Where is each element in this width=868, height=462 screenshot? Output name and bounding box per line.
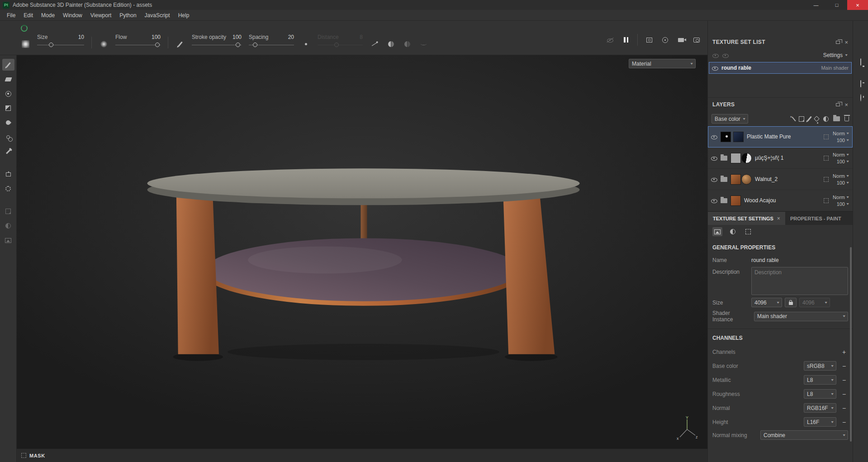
layer-visibility-eye-icon[interactable] bbox=[711, 198, 717, 203]
display-settings-icon[interactable] bbox=[860, 59, 861, 65]
menu-window[interactable]: Window bbox=[59, 10, 86, 21]
show-all-eye-icon[interactable] bbox=[712, 53, 719, 58]
shader-sphere-icon[interactable] bbox=[728, 227, 738, 236]
stroke-opacity-slider[interactable]: Stroke opacity 100 bbox=[192, 34, 242, 50]
radial-symmetry-icon[interactable] bbox=[403, 39, 412, 48]
remove-channel-button[interactable]: − bbox=[840, 391, 848, 398]
description-input[interactable] bbox=[751, 267, 848, 295]
distance-slider-knob[interactable] bbox=[334, 43, 339, 47]
pressure-pen-icon[interactable] bbox=[175, 39, 185, 48]
opacity-dropdown[interactable]: 100 ▾ bbox=[836, 201, 849, 207]
blend-mode-dropdown[interactable]: Norm ▾ bbox=[832, 131, 849, 136]
layer-thumbnail[interactable] bbox=[730, 153, 741, 163]
panel-scrollbar[interactable] bbox=[850, 247, 852, 442]
shelf-icon[interactable] bbox=[860, 81, 861, 87]
eraser-tool[interactable] bbox=[2, 73, 14, 85]
layer-link-icon[interactable] bbox=[824, 134, 829, 139]
layer-row-walnut-2[interactable]: Walnut_2 Norm ▾ 100 ▾ bbox=[708, 169, 853, 190]
layer-visibility-eye-icon[interactable] bbox=[711, 156, 717, 161]
lazy-mouse-icon[interactable] bbox=[419, 39, 428, 48]
perspective-view-icon[interactable] bbox=[645, 35, 654, 44]
menu-python[interactable]: Python bbox=[115, 10, 140, 21]
stroke-angle-icon[interactable] bbox=[370, 39, 379, 48]
plugin-status-icon[interactable] bbox=[21, 25, 28, 32]
smart-material-wand-icon[interactable] bbox=[792, 116, 796, 121]
viewport-3d[interactable]: Material ▾ Y x z MASK bbox=[17, 55, 707, 462]
blend-mode-dropdown[interactable]: Norm ▾ bbox=[832, 152, 849, 157]
texture-set-name-field[interactable]: round rable bbox=[751, 257, 779, 263]
lock-aspect-button[interactable] bbox=[785, 298, 797, 307]
material-mode-dropdown[interactable]: Material ▾ bbox=[629, 59, 696, 68]
smart-material-thumbnail[interactable] bbox=[741, 174, 752, 185]
channel-format-dropdown[interactable]: sRGB8 ▾ bbox=[804, 361, 836, 371]
menu-viewport[interactable]: Viewport bbox=[86, 10, 115, 21]
undock-panel-icon[interactable] bbox=[836, 41, 840, 44]
opacity-dropdown[interactable]: 100 ▾ bbox=[836, 138, 849, 143]
smart-material-thumbnail[interactable] bbox=[741, 153, 752, 163]
add-effect-icon[interactable] bbox=[799, 116, 804, 122]
screenshot-icon[interactable] bbox=[692, 35, 701, 44]
menu-mode[interactable]: Mode bbox=[37, 10, 59, 21]
texture-set-row[interactable]: round rable Main shader bbox=[709, 62, 852, 74]
brush-alpha-icon[interactable] bbox=[21, 39, 30, 48]
remove-channel-button[interactable]: − bbox=[840, 362, 848, 370]
size-slider-knob[interactable] bbox=[49, 43, 53, 47]
export-icon[interactable] bbox=[2, 168, 14, 180]
quick-mask-tool[interactable] bbox=[2, 220, 14, 232]
mesh-uv-icon[interactable] bbox=[743, 227, 753, 236]
smudge-tool[interactable] bbox=[2, 117, 14, 129]
polygon-fill-tool[interactable] bbox=[2, 102, 14, 114]
size-width-dropdown[interactable]: 4096 ▾ bbox=[751, 298, 782, 307]
blend-mode-dropdown[interactable]: Norm ▾ bbox=[832, 173, 849, 179]
opacity-dropdown[interactable]: 100 ▾ bbox=[836, 180, 849, 186]
tab-properties-paint[interactable]: PROPERTIES - PAINT bbox=[785, 212, 846, 225]
display-settings-gear-icon[interactable] bbox=[2, 183, 14, 195]
add-paint-layer-icon[interactable] bbox=[807, 116, 812, 122]
channel-format-dropdown[interactable]: RGB16F ▾ bbox=[804, 403, 836, 413]
material-settings-icon[interactable] bbox=[712, 227, 722, 236]
layer-link-icon[interactable] bbox=[824, 156, 829, 161]
layer-thumbnail[interactable] bbox=[730, 174, 741, 185]
maximize-button[interactable]: □ bbox=[826, 0, 847, 10]
layer-thumbnail[interactable] bbox=[730, 195, 741, 206]
stroke-opacity-slider-knob[interactable] bbox=[236, 43, 240, 47]
add-mask-icon[interactable] bbox=[823, 116, 829, 122]
delete-layer-icon[interactable] bbox=[844, 116, 849, 121]
clone-tool[interactable] bbox=[2, 131, 14, 143]
material-picker-tool[interactable] bbox=[2, 146, 14, 157]
hide-ui-icon[interactable] bbox=[606, 35, 615, 44]
spacing-dot-icon[interactable] bbox=[301, 39, 310, 48]
projection-tool[interactable] bbox=[2, 88, 14, 100]
close-button[interactable]: × bbox=[847, 0, 868, 10]
blend-mode-dropdown[interactable]: Norm ▾ bbox=[832, 195, 849, 200]
distance-slider[interactable]: Distance 8 bbox=[318, 34, 363, 50]
size-slider[interactable]: Size 10 bbox=[37, 34, 84, 50]
history-icon[interactable] bbox=[860, 95, 861, 101]
add-fill-layer-icon[interactable] bbox=[814, 116, 820, 122]
close-panel-icon[interactable]: × bbox=[844, 39, 848, 46]
spacing-slider-knob[interactable] bbox=[253, 43, 257, 47]
mask-preview-icon[interactable] bbox=[21, 453, 26, 458]
normal-mixing-dropdown[interactable]: Combine ▾ bbox=[760, 430, 848, 440]
menu-file[interactable]: File bbox=[3, 10, 19, 21]
spacing-slider[interactable]: Spacing 20 bbox=[249, 34, 294, 50]
channel-format-dropdown[interactable]: L8 ▾ bbox=[804, 389, 836, 399]
flow-slider[interactable]: Flow 100 bbox=[115, 34, 161, 50]
brush-falloff-icon[interactable] bbox=[99, 39, 108, 48]
layer-visibility-eye-icon[interactable] bbox=[711, 134, 717, 139]
add-folder-icon[interactable] bbox=[833, 116, 840, 121]
menu-javascript[interactable]: JavaScript bbox=[141, 10, 174, 21]
opacity-dropdown[interactable]: 100 ▾ bbox=[836, 159, 849, 164]
close-tab-icon[interactable]: × bbox=[777, 215, 780, 222]
align-tool[interactable] bbox=[2, 205, 14, 217]
minimize-button[interactable]: — bbox=[806, 0, 826, 10]
texture-set-settings-dropdown[interactable]: Settings ▾ bbox=[822, 51, 848, 60]
channel-filter-dropdown[interactable]: Base color ▾ bbox=[711, 114, 748, 124]
close-panel-icon[interactable]: × bbox=[844, 101, 848, 108]
solo-eye-icon[interactable] bbox=[722, 53, 729, 58]
flow-slider-knob[interactable] bbox=[155, 43, 160, 47]
tab-texture-set-settings[interactable]: TEXTURE SET SETTINGS × bbox=[708, 212, 785, 225]
remove-channel-button[interactable]: − bbox=[840, 419, 848, 426]
add-channel-button[interactable]: + bbox=[840, 348, 848, 356]
shader-instance-dropdown[interactable]: Main shader ▾ bbox=[754, 312, 848, 321]
